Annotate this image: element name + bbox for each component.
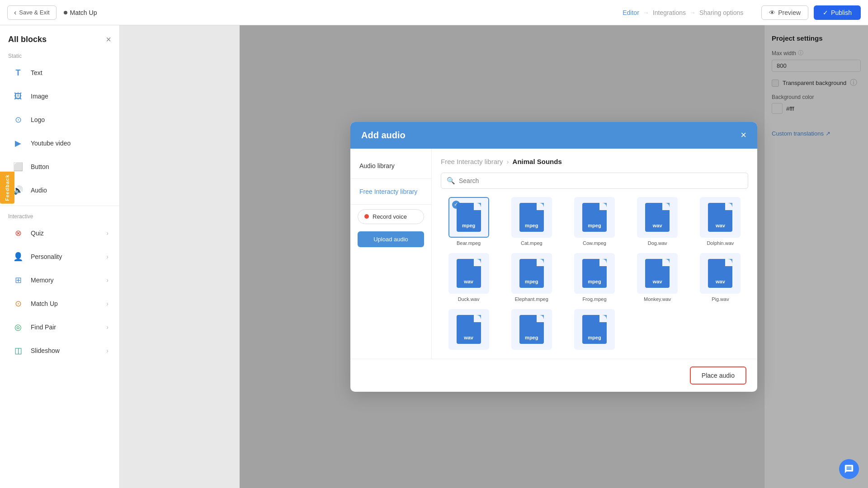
file-item-dolphin[interactable]: wavDolphin.wav	[693, 197, 748, 246]
file-name-label: Frog.mpeg	[582, 296, 606, 302]
image-icon: 🖼	[11, 89, 25, 103]
check-icon: ✓	[823, 9, 828, 16]
preview-button[interactable]: 👁 Preview	[761, 5, 808, 20]
title-dot	[64, 11, 67, 14]
file-item-dog[interactable]: wavDog.wav	[630, 197, 685, 246]
file-name-label: Elephant.mpeg	[515, 296, 548, 302]
modal-close-button[interactable]: ×	[741, 130, 746, 140]
nav-sharing[interactable]: Sharing options	[699, 9, 743, 16]
slideshow-chevron-icon: ›	[106, 347, 108, 354]
modal-body: Audio library Free Interacty library Rec…	[350, 149, 757, 359]
free-library-item[interactable]: Free Interacty library	[350, 183, 431, 200]
file-item-cow[interactable]: mpegCow.mpeg	[566, 197, 622, 246]
audio-library-item[interactable]: Audio library	[350, 158, 431, 174]
place-audio-button[interactable]: Place audio	[690, 366, 746, 385]
file-type-icon: wav	[457, 259, 481, 288]
modal-sidebar-divider-2	[350, 204, 431, 205]
sidebar-item-youtube[interactable]: ▶ Youtube video	[3, 131, 117, 155]
sidebar-label-button: Button	[31, 163, 108, 170]
nav-editor[interactable]: Editor	[623, 9, 639, 16]
sidebar-item-slideshow[interactable]: ◫ Slideshow ›	[3, 339, 117, 362]
file-item-extra3[interactable]: mpeg	[566, 309, 622, 350]
feedback-label[interactable]: Feedback	[0, 172, 14, 204]
file-item-monkey[interactable]: wavMonkey.wav	[630, 253, 685, 302]
file-type-icon: mpeg	[519, 203, 544, 232]
sidebar-label-memory: Memory	[31, 277, 101, 284]
search-input[interactable]	[459, 177, 742, 184]
file-type-icon: mpeg	[582, 315, 607, 344]
sidebar-divider	[0, 206, 119, 206]
sidebar-item-matchup[interactable]: ⊙ Match Up ›	[3, 292, 117, 315]
findpair-chevron-icon: ›	[106, 324, 108, 331]
search-icon: 🔍	[447, 177, 455, 185]
file-item-extra2[interactable]: mpeg	[504, 309, 559, 350]
sidebar-title: All blocks	[8, 35, 47, 44]
sidebar-label-text: Text	[31, 69, 108, 76]
feedback-tab[interactable]: Feedback	[0, 172, 14, 204]
modal-title: Add audio	[361, 130, 406, 141]
modal-header: Add audio ×	[350, 122, 757, 149]
logo-icon: ⊙	[11, 113, 25, 127]
sidebar-item-text[interactable]: T Text	[3, 61, 117, 84]
matchup-chevron-icon: ›	[106, 300, 108, 307]
matchup-icon: ⊙	[11, 296, 25, 311]
modal-footer: Place audio	[350, 359, 757, 392]
modal-sidebar: Audio library Free Interacty library Rec…	[350, 149, 432, 359]
file-type-icon: mpeg	[519, 259, 544, 288]
topbar-nav: Editor → Integrations → Sharing options	[623, 9, 743, 16]
sidebar-label-findpair: Find Pair	[31, 324, 101, 331]
sidebar-item-logo[interactable]: ⊙ Logo	[3, 108, 117, 131]
file-name-label: Monkey.wav	[644, 296, 671, 302]
file-name-label: Dolphin.wav	[707, 240, 734, 246]
nav-arrow-1: →	[643, 9, 649, 16]
modal-overlay: Add audio × Audio library Free Interacty…	[240, 25, 868, 488]
sidebar-item-image[interactable]: 🖼 Image	[3, 84, 117, 108]
add-audio-modal: Add audio × Audio library Free Interacty…	[350, 122, 757, 392]
record-btn-wrapper: Record voice	[358, 209, 424, 224]
file-name-label: Bear.mpeg	[457, 240, 481, 246]
file-item-extra1[interactable]: wav	[441, 309, 496, 350]
sidebar-item-personality[interactable]: 👤 Personality ›	[3, 245, 117, 268]
file-type-icon: wav	[708, 203, 732, 232]
save-exit-button[interactable]: Save & Exit	[7, 5, 57, 20]
sidebar-item-quiz[interactable]: ⊗ Quiz ›	[3, 221, 117, 245]
publish-button[interactable]: ✓ Publish	[814, 5, 861, 20]
upload-audio-button[interactable]: Upload audio	[358, 231, 424, 247]
topbar-title: Match Up	[64, 9, 97, 16]
sidebar-item-findpair[interactable]: ◎ Find Pair ›	[3, 315, 117, 339]
sidebar-item-memory[interactable]: ⊞ Memory ›	[3, 268, 117, 292]
file-name-label: Dog.wav	[648, 240, 667, 246]
topbar-project-name: Match Up	[70, 9, 97, 16]
file-grid: ✓mpegBear.mpegmpegCat.mpegmpegCow.mpegwa…	[441, 197, 748, 350]
file-item-frog[interactable]: mpegFrog.mpeg	[566, 253, 622, 302]
chat-bubble-button[interactable]	[839, 459, 859, 479]
file-item-duck[interactable]: wavDuck.wav	[441, 253, 496, 302]
nav-integrations[interactable]: Integrations	[653, 9, 686, 16]
memory-chevron-icon: ›	[106, 277, 108, 284]
file-item-elephant[interactable]: mpegElephant.mpeg	[504, 253, 559, 302]
file-name-label: Pig.wav	[712, 296, 729, 302]
sidebar-label-personality: Personality	[31, 253, 101, 260]
record-voice-button[interactable]: Record voice	[358, 209, 424, 224]
sidebar-label-slideshow: Slideshow	[31, 347, 101, 354]
memory-icon: ⊞	[11, 273, 25, 287]
topbar: Save & Exit Match Up Editor → Integratio…	[0, 0, 868, 25]
sidebar-item-audio[interactable]: 🔊 Audio	[3, 178, 117, 202]
file-item-cat[interactable]: mpegCat.mpeg	[504, 197, 559, 246]
sidebar-label-logo: Logo	[31, 116, 108, 123]
file-type-icon: mpeg	[582, 259, 607, 288]
chat-icon	[844, 464, 854, 474]
upload-btn-wrapper: Upload audio	[358, 228, 424, 247]
record-dot-icon	[364, 214, 369, 219]
topbar-actions: 👁 Preview ✓ Publish	[761, 5, 861, 20]
findpair-icon: ◎	[11, 320, 25, 334]
sidebar-close-button[interactable]: ×	[106, 34, 111, 45]
file-type-icon: mpeg	[457, 203, 481, 232]
sidebar-label-quiz: Quiz	[31, 230, 101, 237]
breadcrumb-parent[interactable]: Free Interacty library	[441, 158, 503, 165]
sidebar-item-button[interactable]: ⬜ Button	[3, 155, 117, 178]
sidebar: All blocks × Static T Text 🖼 Image ⊙ Log…	[0, 25, 120, 488]
file-item-pig[interactable]: wavPig.wav	[693, 253, 748, 302]
file-name-label: Cat.mpeg	[521, 240, 542, 246]
file-item-bear[interactable]: ✓mpegBear.mpeg	[441, 197, 496, 246]
